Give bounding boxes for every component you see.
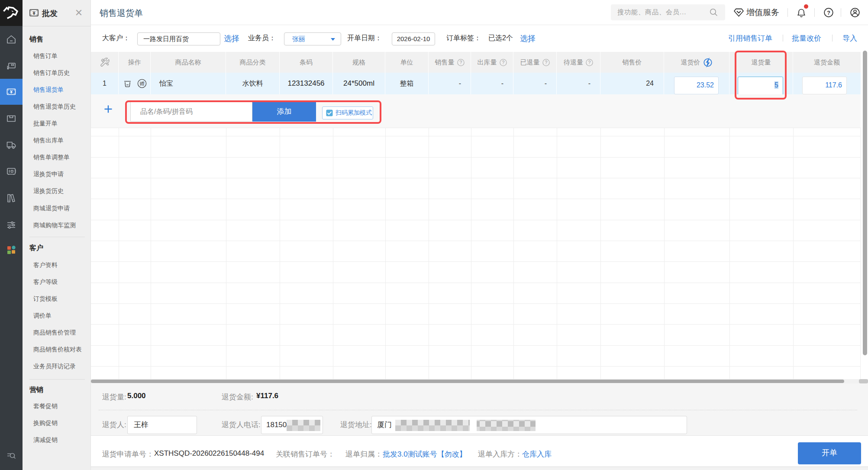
svg-text:?: ? [545, 60, 547, 65]
svg-text:¥: ¥ [32, 10, 35, 16]
svg-text:?: ? [588, 60, 591, 65]
svg-text:¥: ¥ [10, 89, 13, 94]
svg-text:赠: 赠 [140, 81, 145, 86]
svg-text:?: ? [827, 10, 830, 16]
svg-text:?: ? [459, 60, 462, 65]
svg-text:?: ? [502, 60, 504, 65]
